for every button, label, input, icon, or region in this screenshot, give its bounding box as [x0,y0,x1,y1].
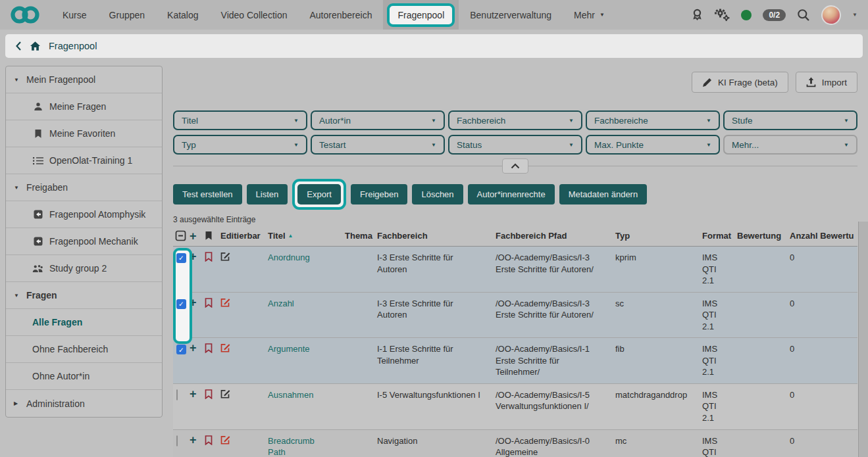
edit-icon[interactable] [220,252,268,262]
freigeben-button[interactable]: Freigeben [351,184,408,204]
openolat-logo-icon[interactable] [11,6,39,24]
bookmark-icon[interactable] [205,343,220,353]
import-button[interactable]: Import [796,72,857,93]
row-checkbox[interactable] [176,389,178,400]
sidebar-section-fragen[interactable]: ▼ Fragen [6,282,162,309]
table-row: ✓ + Argumente I-1 Erste Schritte für Tei… [173,338,857,384]
sidebar-item-openolat-training[interactable]: OpenOlat-Training 1 [6,147,162,174]
select-all-checkbox[interactable] [173,230,190,241]
badges-icon[interactable] [692,9,703,22]
filter-fachbereiche[interactable]: Fachbereiche▼ [586,110,720,130]
add-to-list-icon[interactable]: + [190,389,205,398]
sidebar-item-meine-favoriten[interactable]: Meine Favoriten [6,120,162,147]
filter-fachbereich[interactable]: Fachbereich▼ [448,110,582,130]
question-title-link[interactable]: Anordnung [268,253,310,262]
question-title-link[interactable]: Breadcrumb Path [268,436,315,457]
user-avatar[interactable] [821,5,841,25]
sidebar-item-ohne-fachbereich[interactable]: Ohne Fachbereich [6,336,162,363]
cell-pfad: /OO-Academy/Basics/I-1 Erste Schritte fü… [496,343,615,378]
col-titel[interactable]: Titel▲ [268,231,345,241]
autorinnenrechte-button[interactable]: Autor*innenrechte [468,184,555,204]
cell-anzahl: 0 [790,389,857,401]
filter-mehr[interactable]: Mehr...▼ [723,135,857,155]
question-title-link[interactable]: Anzahl [268,299,294,308]
listen-button[interactable]: Listen [247,184,288,204]
loeschen-button[interactable]: Löschen [412,184,463,204]
question-title-link[interactable]: Argumente [268,344,310,354]
sidebar-item-study-group-2[interactable]: Study group 2 [6,255,162,282]
bookmark-icon[interactable] [205,389,220,399]
nav-item-kurse[interactable]: Kurse [51,0,98,30]
main-content: KI Frage (beta) Import Titel▼ Autor*in▼ … [163,58,868,457]
filter-max-punkte[interactable]: Max. Punkte▼ [586,135,720,155]
sidebar-item-meine-fragen[interactable]: Meine Fragen [6,93,162,120]
col-anzahl-bewertungen[interactable]: Anzahl Bewertu [790,231,857,241]
test-erstellen-button[interactable]: Test erstellen [173,184,242,204]
nav-item-fragenpool[interactable]: Fragenpool [383,0,459,30]
add-column-icon[interactable]: + [190,231,205,241]
col-typ[interactable]: Typ [615,231,702,241]
col-format[interactable]: Format [702,231,737,241]
caret-down-icon: ▼ [14,293,20,299]
sidebar-item-ohne-autorin[interactable]: Ohne Autor*in [6,363,162,390]
bookmark-icon[interactable] [205,435,220,445]
edit-icon[interactable] [220,343,268,353]
settings-gears-icon[interactable] [714,9,730,22]
ki-frage-button[interactable]: KI Frage (beta) [692,72,788,93]
cell-anzahl: 0 [790,343,857,355]
table-header: + Editierbar Titel▲ Thema Fachbereich Fa… [173,228,857,247]
sidebar-section-administration[interactable]: ▶ Administration [6,390,162,417]
cell-format: IMS QTI 2.1 [702,298,737,333]
filter-testart[interactable]: Testart▼ [311,135,445,155]
shared-pool-icon [32,210,43,219]
edit-icon[interactable] [220,389,268,399]
col-fachbereich-pfad[interactable]: Fachbereich Pfad [496,231,615,241]
table-scrollbar[interactable] [858,222,868,457]
back-icon[interactable] [15,41,22,51]
collapse-filters-button[interactable] [502,158,528,174]
bookmark-column-icon[interactable] [205,231,220,241]
nav-item-video-collection[interactable]: Video Collection [210,0,299,30]
col-fachbereich[interactable]: Fachbereich [377,231,496,241]
sidebar-section-freigaben[interactable]: ▼ Freigaben [6,174,162,201]
nav-item-gruppen[interactable]: Gruppen [98,0,156,30]
bookmark-icon[interactable] [205,298,220,308]
nav-item-mehr[interactable]: Mehr ▼ [563,0,616,30]
filter-stufe[interactable]: Stufe▼ [723,110,857,130]
add-to-list-icon[interactable]: + [190,435,205,445]
col-bewertung[interactable]: Bewertung [737,231,790,241]
sidebar-item-fragenpool-atomphysik[interactable]: Fragenpool Atomphysik [6,201,162,228]
nav-item-autorenbereich[interactable]: Autorenbereich [298,0,383,30]
sidebar-item-fragenpool-mechanik[interactable]: Fragenpool Mechanik [6,228,162,255]
filter-status[interactable]: Status▼ [448,135,582,155]
cell-fachbereich: I-1 Erste Schritte für Teilnehmer [377,343,496,366]
sidebar-section-mein-fragenpool[interactable]: ▼ Mein Fragenpool [6,66,162,93]
col-editierbar[interactable]: Editierbar [220,231,268,241]
sidebar-item-alle-fragen[interactable]: Alle Fragen [6,309,162,336]
avatar-chevron-down-icon[interactable]: ▼ [852,12,857,18]
export-button[interactable]: Export [297,184,341,204]
add-to-list-icon[interactable]: + [190,343,205,352]
chat-counter-badge[interactable]: 0/2 [763,9,786,21]
filter-typ[interactable]: Typ▼ [173,135,307,155]
metadaten-aendern-button[interactable]: Metadaten ändern [559,184,648,204]
home-icon[interactable] [30,41,41,51]
bookmark-icon[interactable] [205,252,220,262]
edit-icon[interactable] [220,298,268,308]
nav-item-katalog[interactable]: Katalog [156,0,209,30]
row-checkbox[interactable]: ✓ [176,299,186,309]
edit-icon[interactable] [220,435,268,445]
filter-titel[interactable]: Titel▼ [173,110,307,130]
row-checkbox[interactable]: ✓ [176,345,186,354]
cell-pfad: /OO-Academy/Basics/I-3 Erste Schritte fü… [496,252,615,275]
table-row: ✓ + Anordnung I-3 Erste Schritte für Aut… [173,247,857,293]
row-checkbox[interactable]: ✓ [176,253,186,263]
nav-item-benutzerverwaltung[interactable]: Benutzerverwaltung [459,0,563,30]
question-title-link[interactable]: Ausnahmen [268,390,313,400]
col-thema[interactable]: Thema [345,231,377,241]
row-checkbox[interactable] [176,435,178,446]
search-icon[interactable] [797,9,810,22]
annotation-export: Export [292,179,346,210]
main-menu: Kurse Gruppen Katalog Video Collection A… [51,0,616,30]
filter-autorin[interactable]: Autor*in▼ [311,110,445,130]
